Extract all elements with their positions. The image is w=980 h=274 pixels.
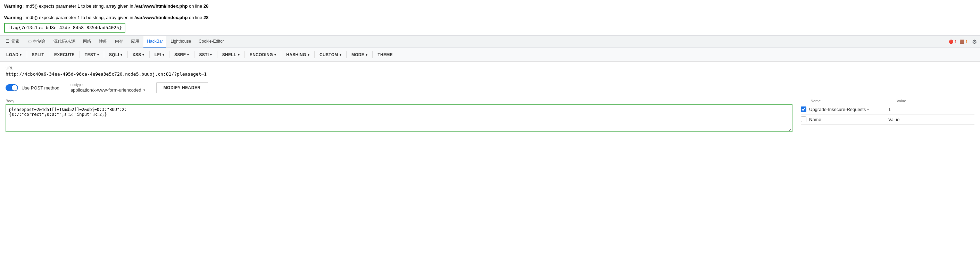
tab-network-label: 网络 (83, 38, 91, 44)
custom-arrow: ▾ (340, 53, 341, 57)
warning-filepath-1: /var/www/html/index.php (134, 3, 188, 9)
ssrf-arrow: ▾ (187, 53, 189, 57)
execute-label: EXECUTE (54, 52, 75, 57)
execute-button[interactable]: EXECUTE (51, 51, 78, 59)
divider-11 (281, 51, 281, 58)
tab-application-label: 应用 (131, 38, 139, 44)
header-name-1: Upgrade-Insecure-Requests ▾ (809, 107, 886, 112)
header-name-2: Name (809, 117, 886, 122)
lfi-arrow: ▾ (162, 53, 164, 57)
encoding-label: ENCODING (250, 52, 273, 57)
body-textarea[interactable]: pleasepost=2&md51[]=1&md52[]=2&obj=0:3:"… (6, 105, 792, 132)
header-value-1: 1 (888, 107, 974, 112)
mode-button[interactable]: MODE ▾ (348, 51, 371, 59)
ssrf-button[interactable]: SSRF ▾ (171, 51, 193, 59)
tab-application[interactable]: 应用 (127, 36, 143, 48)
warning-prefix-1: Warning (4, 3, 22, 9)
tab-cookie-editor[interactable]: Cookie-Editor (195, 36, 228, 48)
lfi-button[interactable]: LFI ▾ (151, 51, 168, 59)
toggle-knob (12, 85, 18, 90)
divider-13 (346, 51, 347, 58)
shell-button[interactable]: SHELL ▾ (219, 51, 243, 59)
hackbar-content: URL http://4cbc40a6-34ea-495d-96ca-4e9ea… (0, 62, 980, 137)
tab-sources-label: 源代码/来源 (54, 38, 75, 44)
split-label: SPLIT (32, 52, 45, 57)
tab-console-label: 控制台 (33, 38, 46, 44)
sqli-arrow: ▾ (121, 53, 122, 57)
xss-label: XSS (133, 52, 142, 57)
encoding-button[interactable]: ENCODING ▾ (246, 51, 280, 59)
hashing-button[interactable]: HASHING ▾ (283, 51, 313, 59)
custom-button[interactable]: CUSTOM ▾ (316, 51, 345, 59)
ssrf-label: SSRF (174, 52, 186, 57)
divider-8 (194, 51, 194, 58)
error-icon: 🔴 (949, 40, 954, 44)
enctype-section: enctype application/x-www-form-urlencode… (70, 83, 145, 93)
test-label: TEST (85, 52, 96, 57)
sqli-label: SQLI (109, 52, 119, 57)
header-table: Name Value Upgrade-Insecure-Requests ▾ 1 (801, 99, 974, 125)
tab-performance[interactable]: 性能 (95, 36, 111, 48)
tab-performance-label: 性能 (99, 38, 107, 44)
header-checkbox-1[interactable] (801, 106, 807, 112)
warning-text-1: : md5() expects parameter 1 to be string… (23, 3, 134, 9)
divider-5 (127, 51, 128, 58)
devtools-tabbar: ☰ 元素 ▭ 控制台 源代码/来源 网络 性能 内存 应用 HackBar Li… (0, 35, 980, 48)
warning-icon: 🟫 (959, 40, 964, 44)
load-button[interactable]: LOAD ▾ (3, 51, 25, 59)
theme-label: THEME (377, 52, 393, 57)
hashing-label: HASHING (286, 52, 306, 57)
tab-network[interactable]: 网络 (80, 36, 95, 48)
warning-badge: 🟫 1 (959, 40, 967, 44)
tab-memory-label: 内存 (115, 38, 123, 44)
console-icon: ▭ (27, 39, 32, 44)
split-button[interactable]: SPLIT (29, 51, 48, 59)
tab-memory[interactable]: 内存 (111, 36, 127, 48)
lfi-label: LFI (154, 52, 161, 57)
ssti-arrow: ▾ (210, 53, 212, 57)
warning-line-2: Warning : md5() expects parameter 1 to b… (4, 14, 976, 22)
test-button[interactable]: TEST ▾ (81, 51, 102, 59)
warning-filepath-2: /var/www/html/index.php (134, 15, 188, 20)
warning-count: 1 (966, 40, 967, 44)
header-name-arrow-1: ▾ (867, 108, 869, 111)
xss-arrow: ▾ (142, 53, 144, 57)
header-table-header: Name Value (801, 99, 974, 103)
divider-12 (314, 51, 315, 58)
settings-button[interactable]: ⚙ (970, 38, 978, 46)
ssti-button[interactable]: SSTI ▾ (196, 51, 216, 59)
tab-sources[interactable]: 源代码/来源 (50, 36, 79, 48)
ssti-label: SSTI (199, 52, 209, 57)
header-row-1: Upgrade-Insecure-Requests ▾ 1 (801, 105, 974, 114)
warning-line-num-2: 28 (204, 15, 208, 20)
header-col-name-label: Name (811, 99, 894, 103)
headers-section: Name Value Upgrade-Insecure-Requests ▾ 1 (801, 99, 974, 133)
url-value: http://4cbc40a6-34ea-495d-96ca-4e9ea3e5c… (6, 71, 974, 77)
error-count: 1 (955, 40, 957, 44)
flag-value: flag{7e13c1ac-bd8e-43de-8458-8354dad5402… (4, 23, 126, 33)
warning-suffix-1: on line (189, 3, 204, 9)
theme-button[interactable]: THEME (374, 51, 396, 59)
body-label: Body (6, 99, 792, 103)
two-col-layout: Body pleasepost=2&md51[]=1&md52[]=2&obj=… (6, 99, 974, 133)
tab-cookie-editor-label: Cookie-Editor (199, 39, 224, 44)
enctype-arrow-icon: ▾ (143, 88, 145, 92)
encoding-arrow: ▾ (274, 53, 276, 57)
tab-inspector[interactable]: ☰ 元素 (2, 36, 23, 48)
xss-button[interactable]: XSS ▾ (129, 51, 148, 59)
inspector-icon: ☰ (5, 39, 10, 44)
post-toggle-container: Use POST method (6, 84, 59, 91)
tab-lighthouse-label: Lighthouse (170, 39, 191, 44)
modify-header-button[interactable]: MODIFY HEADER (156, 82, 208, 93)
sqli-button[interactable]: SQLI ▾ (105, 51, 126, 59)
tab-hackbar[interactable]: HackBar (143, 36, 166, 48)
header-checkbox-2[interactable] (801, 117, 807, 122)
load-label: LOAD (6, 52, 18, 57)
post-toggle[interactable] (6, 84, 18, 91)
tab-console[interactable]: ▭ 控制台 (24, 36, 49, 48)
enctype-value: application/x-www-form-urlencoded (70, 87, 142, 93)
header-col-value-label: Value (897, 99, 974, 103)
divider-10 (245, 51, 245, 58)
enctype-select[interactable]: application/x-www-form-urlencoded ▾ (70, 87, 145, 93)
tab-lighthouse[interactable]: Lighthouse (167, 36, 194, 48)
